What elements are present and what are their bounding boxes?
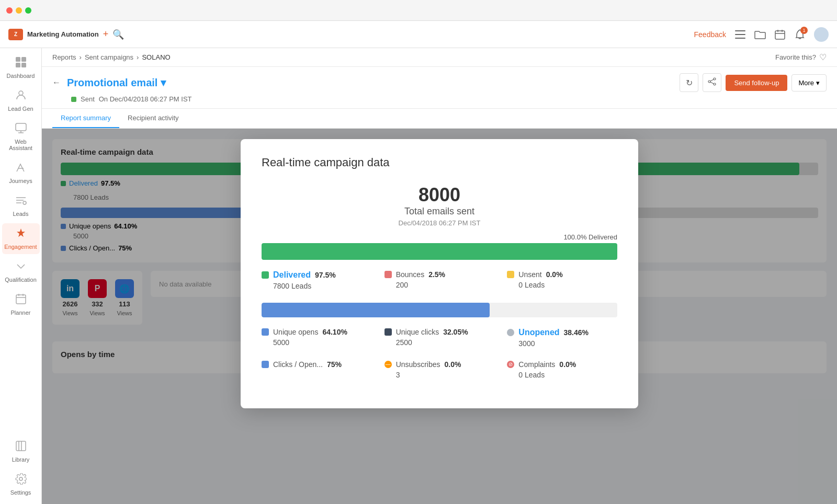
stat-delivered-dot [262,271,269,279]
sidebar-item-settings[interactable]: Settings [2,469,40,500]
folder-icon[interactable] [754,29,766,40]
breadcrumb: Reports › Sent campaigns › SOLANO [52,53,171,61]
unsubscribes-name: Unsubscribes [396,360,440,369]
breadcrumb-reports[interactable]: Reports [52,53,76,61]
sidebar-item-leads[interactable]: Leads [2,190,40,221]
top-nav: Z Marketing Automation + 🔍 Feedback 1 [0,21,837,48]
favorite-label: Favorite this? [775,53,816,61]
tab-report-summary[interactable]: Report summary [52,109,119,128]
total-date: Dec/04/2018 06:27 PM IST [262,219,617,227]
modal: Real-time campaign data 8000 Total email… [241,139,638,408]
complaints-val: 0 Leads [507,371,617,379]
stat-unsent-dot [507,271,514,278]
user-avatar[interactable] [814,27,829,42]
tabs-row: Report summary Recipient activity [42,108,837,128]
svg-point-14 [23,201,26,204]
bounces-pct: 2.5% [428,270,445,279]
total-label: Total emails sent [262,206,617,217]
unique-clicks-pct: 32.05% [443,328,468,336]
campaign-actions: ↻ Send follow-up More ▾ [680,73,827,92]
leads-icon [15,194,27,209]
unopened-pct: 38.46% [564,328,589,337]
delivered-pct-label: 100.0% Delivered [262,233,617,241]
more-button[interactable]: More ▾ [791,74,827,91]
svg-rect-3 [775,31,785,39]
close-button[interactable] [6,7,13,14]
library-icon [15,440,27,454]
sidebar-item-library[interactable]: Library [2,436,40,467]
notification-icon[interactable]: 1 [794,29,806,40]
favorite-section: Favorite this? ♡ [775,52,827,62]
activity-bar-container [262,303,617,317]
sidebar-item-dashboard[interactable]: Dashboard [2,52,40,83]
svg-rect-10 [21,63,26,67]
total-count: 8000 [262,184,617,206]
stat-unsubscribes-dot: — [384,361,392,368]
breadcrumb-current: SOLANO [142,53,170,61]
more-label: More [798,79,814,87]
delivered-name[interactable]: Delivered [273,270,311,280]
modal-title: Real-time campaign data [262,156,617,169]
unique-opens-val: 5000 [262,338,372,347]
list-icon[interactable] [734,29,746,40]
stat-unsent: Unsent 0.0% 0 Leads [507,270,617,290]
sidebar-label-planner: Planner [11,310,31,316]
tab-recipient-activity[interactable]: Recipient activity [119,109,187,128]
refresh-button[interactable]: ↻ [680,73,698,92]
web-assistant-icon [15,122,27,136]
stat-unique-opens-dot [262,328,269,336]
campaign-title-row: ← Promotional email ▾ ↻ Send follow-up [52,73,827,92]
stat-unique-opens: Unique opens 64.10% 5000 [262,328,372,348]
unopened-name[interactable]: Unopened [518,328,559,337]
sidebar-item-lead-gen[interactable]: Lead Gen [2,85,40,116]
svg-rect-0 [735,30,745,31]
unsubscribes-pct: 0.0% [444,360,461,369]
send-followup-button[interactable]: Send follow-up [726,75,787,91]
sidebar-item-qualification[interactable]: Qualification [2,256,40,287]
breadcrumb-sep2: › [137,53,139,61]
svg-point-23 [714,78,716,80]
unique-opens-pct-modal: 64.10% [322,328,347,336]
favorite-icon[interactable]: ♡ [819,52,827,62]
stat-unique-clicks-dot [384,328,392,336]
stat-complaints-row: ⊘ Complaints 0.0% [507,360,617,369]
qualification-icon [15,260,27,274]
share-button[interactable] [703,73,721,92]
stat-delivered-row: Delivered 97.5% [262,270,372,280]
sidebar-item-engagement[interactable]: Engagement [2,223,40,254]
stats-grid-3: Clicks / Open... 75% — Unsubscribes [262,360,617,379]
sidebar-item-web-assistant[interactable]: Web Assistant [2,118,40,155]
modal-overlay[interactable]: Real-time campaign data 8000 Total email… [42,129,837,504]
campaign-title-text: Promotional email [67,77,157,89]
dropdown-icon[interactable]: ▾ [161,76,166,89]
add-tab-button[interactable]: + [103,29,109,40]
sidebar-item-journeys[interactable]: Journeys [2,157,40,188]
stat-unsubscribes-row: — Unsubscribes 0.0% [384,360,495,369]
more-icon: ▾ [816,79,820,87]
svg-rect-12 [16,123,26,131]
unique-opens-name: Unique opens [273,328,318,336]
unsent-pct: 0.0% [546,270,563,279]
delivered-pct-modal: 97.5% [315,271,336,279]
stat-delivered: Delivered 97.5% 7800 Leads [262,270,372,290]
clicks-open-name: Clicks / Open... [273,360,323,369]
content-area: Reports › Sent campaigns › SOLANO Favori… [42,48,837,504]
sidebar-label-dashboard: Dashboard [7,73,35,79]
activity-bar-fill [262,303,490,317]
sidebar: Dashboard Lead Gen Web Assistant Journey… [0,48,42,504]
share-icon [708,77,716,88]
svg-rect-2 [735,38,745,39]
stat-clicks-open-dot [262,361,269,368]
search-icon[interactable]: 🔍 [112,29,124,40]
svg-rect-15 [16,295,26,304]
unsent-val: 0 Leads [507,281,617,289]
breadcrumb-sent-campaigns[interactable]: Sent campaigns [85,53,133,61]
bounces-val: 200 [384,281,495,289]
calendar-icon[interactable] [774,29,786,40]
back-button[interactable]: ← [52,78,61,87]
sidebar-item-planner[interactable]: Planner [2,289,40,320]
maximize-button[interactable] [25,7,31,14]
feedback-link[interactable]: Feedback [694,30,726,39]
minimize-button[interactable] [16,7,22,14]
app-logo: Z Marketing Automation [8,29,99,40]
